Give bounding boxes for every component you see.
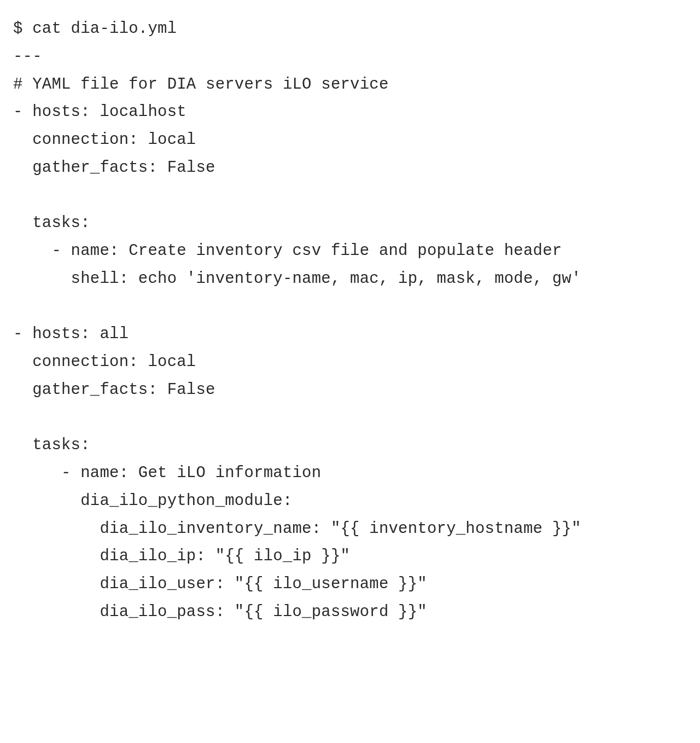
code-block: $ cat dia-ilo.yml --- # YAML file for DI… [0, 0, 700, 648]
